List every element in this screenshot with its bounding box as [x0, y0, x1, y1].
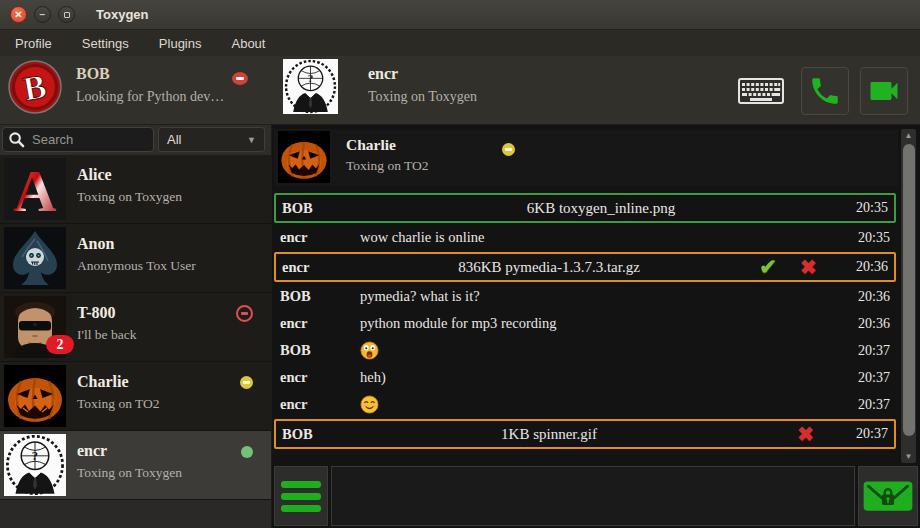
- scroll-down-arrow-icon[interactable]: ▼: [901, 450, 916, 463]
- decline-file-button[interactable]: ✖: [797, 422, 814, 446]
- search-icon: [8, 131, 25, 148]
- titlebar: ✕ − Toxygen: [0, 0, 920, 30]
- bob-logo-avatar-icon: B: [8, 60, 62, 114]
- contact-row-t800[interactable]: T-800 I'll be back 2: [0, 293, 271, 362]
- menu-about[interactable]: About: [216, 30, 280, 56]
- astonished-face-emoji: [360, 341, 379, 360]
- message-time: 20:36: [840, 259, 888, 275]
- anonymous-mask-avatar-icon: ?: [4, 434, 66, 496]
- contact-list: A Alice Toxing on Toxygen: [0, 155, 271, 500]
- phone-icon: [808, 74, 842, 108]
- pumpkin-avatar-icon: [278, 131, 330, 183]
- contact-name: Alice: [77, 166, 112, 184]
- message-time: 20:37: [842, 370, 890, 386]
- contact-online-banner[interactable]: Charlie Toxing on TO2: [274, 129, 898, 186]
- contact-row-anon[interactable]: Anon Anonymous Tox User: [0, 224, 271, 293]
- message-time: 20:35: [842, 230, 890, 246]
- svg-text:A: A: [13, 158, 56, 220]
- contact-name: Charlie: [77, 373, 129, 391]
- svg-text:?: ?: [308, 72, 314, 84]
- encr-avatar: ?: [4, 434, 66, 496]
- message-sender: BOB: [280, 342, 360, 359]
- scrollbar-thumb[interactable]: [903, 144, 915, 436]
- window-title: Toxygen: [96, 7, 149, 22]
- search-row: All ▼: [0, 125, 271, 155]
- file-transfer-name: 836KB pymedia-1.3.7.3.tar.gz: [362, 259, 736, 276]
- search-box[interactable]: [2, 127, 154, 152]
- message-row: BOB 20:37: [274, 337, 896, 364]
- scroll-up-arrow-icon[interactable]: ▲: [901, 129, 916, 142]
- contact-status-message: Toxing on Toxygen: [77, 189, 182, 205]
- self-name[interactable]: BOB: [76, 65, 110, 83]
- anon-avatar: [4, 227, 66, 289]
- header: B BOB Looking for Python dev… ? encr Tox…: [0, 56, 920, 125]
- banner-contact-name: Charlie: [346, 136, 396, 154]
- busy-status-icon: [236, 305, 253, 322]
- message-text: python module for mp3 recording: [360, 315, 842, 332]
- menu-settings[interactable]: Settings: [67, 30, 144, 56]
- message-sender: BOB: [282, 426, 362, 443]
- contact-name: encr: [77, 442, 107, 460]
- chat-menu-button[interactable]: [274, 466, 328, 526]
- chat-area: Charlie Toxing on TO2 BOB 6KB toxygen_in…: [271, 125, 920, 528]
- message-time: 20:37: [842, 343, 890, 359]
- toxygen-window: ✕ − Toxygen Profile Settings Plugins Abo…: [0, 0, 920, 528]
- audio-call-button[interactable]: [801, 67, 849, 115]
- accept-file-button[interactable]: ✔: [759, 255, 777, 280]
- search-input[interactable]: [30, 131, 144, 148]
- contact-status-message: Toxing on TO2: [77, 396, 160, 412]
- message-input[interactable]: [331, 466, 855, 526]
- message-sender: BOB: [280, 288, 360, 305]
- away-status-icon: [240, 376, 253, 389]
- filter-value: All: [167, 132, 181, 147]
- unread-count-badge: 2: [46, 335, 74, 354]
- message-sender: encr: [280, 315, 360, 332]
- banner-avatar: [278, 131, 330, 183]
- self-avatar[interactable]: B: [8, 60, 62, 114]
- video-call-button[interactable]: [860, 67, 908, 115]
- messages-scrollbar[interactable]: ▲ ▼: [901, 129, 916, 463]
- keyboard-icon: [738, 78, 784, 104]
- message-list: BOB 6KB toxygen_inline.png 20:35 encr wo…: [274, 192, 896, 462]
- send-message-button[interactable]: [858, 466, 918, 526]
- maximize-icon: [64, 12, 70, 18]
- maximize-window-button[interactable]: [58, 6, 75, 23]
- contact-name: Anon: [77, 235, 114, 253]
- self-status-message[interactable]: Looking for Python dev…: [76, 89, 224, 105]
- contact-status-message: I'll be back: [77, 327, 136, 343]
- peer-avatar: ?: [283, 59, 338, 114]
- encrypted-send-icon: [862, 477, 914, 515]
- message-row-file-transfer[interactable]: BOB 6KB toxygen_inline.png 20:35: [274, 193, 896, 223]
- message-row: encr wow charlie is online 20:35: [274, 224, 896, 251]
- decline-file-button[interactable]: ✖: [800, 255, 817, 279]
- away-status-icon: [502, 143, 515, 156]
- message-row: encr python module for mp3 recording 20:…: [274, 310, 896, 337]
- contact-status-message: Anonymous Tox User: [77, 258, 196, 274]
- contact-row-charlie[interactable]: Charlie Toxing on TO2: [0, 362, 271, 431]
- pumpkin-avatar-icon: [4, 365, 66, 427]
- message-time: 20:37: [842, 397, 890, 413]
- menu-plugins[interactable]: Plugins: [144, 30, 217, 56]
- message-text: [360, 395, 842, 414]
- contact-row-alice[interactable]: A Alice Toxing on Toxygen: [0, 155, 271, 224]
- message-time: 20:36: [842, 316, 890, 332]
- close-window-button[interactable]: ✕: [10, 6, 27, 23]
- menu-profile[interactable]: Profile: [0, 30, 67, 56]
- contact-row-encr[interactable]: ? encr Toxing on Toxygen: [0, 431, 271, 500]
- menubar: Profile Settings Plugins About: [0, 30, 920, 56]
- chevron-down-icon: ▼: [247, 135, 256, 145]
- charlie-avatar: [4, 365, 66, 427]
- video-camera-icon: [866, 73, 902, 109]
- contact-filter-dropdown[interactable]: All ▼: [158, 127, 265, 152]
- spade-skull-avatar-icon: [4, 227, 66, 289]
- hamburger-menu-icon: [281, 481, 321, 488]
- smiling-face-emoji: [360, 395, 379, 414]
- message-text: heh): [360, 369, 842, 386]
- self-busy-status-icon[interactable]: [232, 72, 248, 85]
- minimize-window-button[interactable]: −: [34, 6, 51, 23]
- message-row-file-transfer[interactable]: BOB 1KB spinner.gif ✖ 20:37: [274, 419, 896, 449]
- message-text: pymedia? what is it?: [360, 288, 842, 305]
- screen-keyboard-button[interactable]: [737, 77, 785, 105]
- message-row-file-transfer[interactable]: encr 836KB pymedia-1.3.7.3.tar.gz ✔ ✖ 20…: [274, 252, 896, 282]
- message-sender: encr: [280, 396, 360, 413]
